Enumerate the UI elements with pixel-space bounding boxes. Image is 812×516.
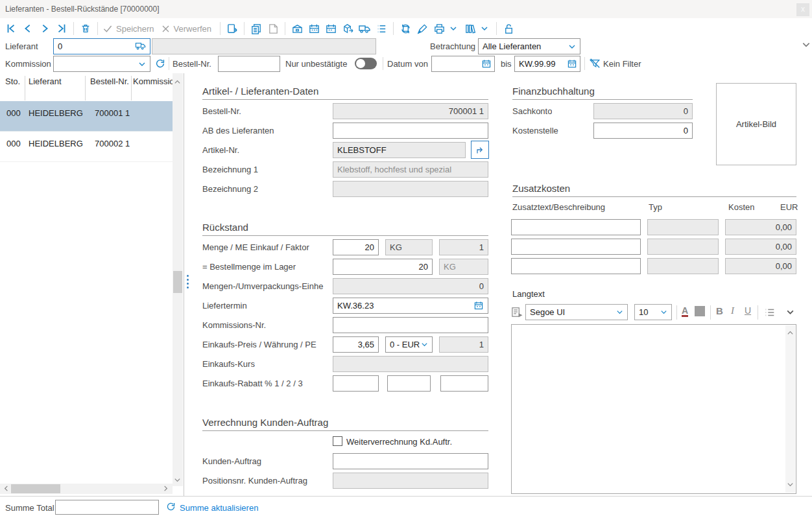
panel-collapse-chevron-icon[interactable] [802,40,811,49]
liefertermin-label: Liefertermin [202,301,247,311]
truck-icon[interactable] [356,20,373,37]
table-row[interactable]: 000 HEIDELBERG 700001 1 [0,101,173,132]
copy-pages-icon[interactable] [248,20,265,37]
kommission-select[interactable] [53,56,150,72]
x-icon [161,24,171,34]
table-vertical-scrollbar[interactable] [173,73,183,486]
bezeichnung1-label: Bezeichnung 1 [202,165,258,174]
discard-button[interactable]: Verwerfen [161,24,212,34]
scroll-left-icon[interactable] [3,485,10,492]
betrachtung-select[interactable]: Alle Lieferanten [478,38,580,54]
menge-label: Menge / ME Einkauf / Faktor [202,242,309,252]
nav-first-icon[interactable] [3,20,19,37]
bis-label: bis [501,59,512,69]
langtext-scrollbar[interactable] [785,325,795,493]
bestellnr-filter-input[interactable] [218,56,280,72]
zusatztext-input-1[interactable] [511,219,641,235]
einkaufspreis-input[interactable] [333,336,379,353]
scroll-down-icon[interactable] [174,476,181,484]
scroll-up-icon[interactable] [174,78,181,86]
langtext-textarea[interactable] [511,324,796,494]
artikelnr-field [333,142,466,158]
zusatztext-input-2[interactable] [511,239,641,255]
table-horizontal-scrollbar[interactable] [0,484,173,494]
chevron-down-icon [616,309,623,316]
results-table: Sto. Lieferant Bestell-Nr. Kommissio 000… [0,73,184,496]
col-header-bestellnr[interactable]: Bestell-Nr. [90,76,129,86]
chevron-down-icon [660,309,667,316]
calendar-icon[interactable] [567,58,577,69]
refresh-summe-icon[interactable] [165,501,176,512]
positions-list-icon[interactable] [373,20,390,37]
calendar-day-icon[interactable] [322,20,339,37]
col-header-lieferant[interactable]: Lieferant [29,76,62,86]
rabatt1-input[interactable] [333,375,379,392]
font-family-select[interactable]: Segoe UI [525,304,628,320]
bullet-list-icon[interactable] [764,307,776,318]
package-out-icon[interactable] [339,20,356,37]
waehrung-select[interactable]: 0 - EUR [385,336,433,353]
open-artikel-button[interactable] [471,141,489,159]
menge-input[interactable] [333,239,379,255]
summe-total-input[interactable] [55,500,159,515]
nur-unbestaetigte-toggle[interactable] [355,58,377,69]
summe-aktualisieren-link[interactable]: Summe aktualisieren [180,503,258,513]
calendar-icon[interactable] [481,58,492,69]
reports-dropdown-chevron-icon[interactable] [476,20,493,37]
more-options-chevron-icon[interactable] [786,308,794,316]
section-title-finanz: Finanzbuchhaltung [512,86,595,97]
calendar-week-icon[interactable] [305,20,322,37]
font-color-icon[interactable]: A [682,306,688,317]
scroll-up-icon[interactable] [787,329,794,336]
scrollbar-thumb[interactable] [173,271,182,293]
truck-lookup-icon[interactable] [135,41,147,51]
datum-von-label: Datum von [387,59,428,69]
warehouse-icon[interactable] [289,20,305,37]
scroll-down-icon[interactable] [787,481,794,488]
highlight-color-icon[interactable] [695,306,705,316]
summe-total-label: Summe Total [5,503,54,513]
kommissionsnr-label: Kommissions-Nr. [202,320,266,330]
print-dropdown-chevron-icon[interactable] [445,20,462,37]
scroll-right-icon[interactable] [162,485,169,492]
bestellmenge-input[interactable] [333,259,433,275]
no-filter-icon[interactable] [589,58,601,69]
bold-icon[interactable]: B [716,305,723,316]
rabatt2-input[interactable] [387,375,431,392]
col-header-sto[interactable]: Sto. [5,76,20,86]
positionsnr-label: Positionsnr. Kunden-Auftrag [202,476,307,486]
col-header-kommission[interactable]: Kommissio [133,76,174,86]
scrollbar-thumb[interactable] [11,484,60,493]
section-title-rueckstand: Rückstand [202,222,248,233]
font-size-select[interactable]: 10 [634,304,672,320]
rabatt3-input[interactable] [440,375,488,392]
unlock-icon[interactable] [500,20,517,37]
delete-icon[interactable] [77,20,94,37]
table-row[interactable]: 000 HEIDELBERG 700002 1 [0,132,173,162]
italic-icon[interactable]: I [731,305,734,316]
transfer-document-icon[interactable] [224,20,241,37]
calendar-icon[interactable] [473,300,484,311]
zusatztext-input-3[interactable] [511,258,641,274]
bezeichnung2-field [333,181,488,197]
save-button[interactable]: Speichern [102,23,154,34]
liefertermin-input[interactable] [333,298,488,314]
kommission-label: Kommission [5,59,51,69]
ab-lieferant-input[interactable] [333,123,488,139]
kosten-header: Kosten [728,202,754,212]
kommissionsnr-input[interactable] [333,317,488,333]
sync-article-icon[interactable] [397,20,414,37]
insert-textblock-icon[interactable] [510,306,523,318]
kundenauftrag-input[interactable] [333,453,488,469]
splitter-handle[interactable] [187,275,189,288]
underline-icon[interactable]: U [745,305,751,316]
weiterverrechnung-checkbox[interactable] [333,436,342,446]
nav-last-icon[interactable] [53,20,70,37]
refresh-kommission-icon[interactable] [154,58,166,69]
close-icon[interactable]: x [796,3,809,16]
nav-prev-icon[interactable] [19,20,36,37]
typ-field-2 [647,239,719,255]
kostenstelle-input[interactable] [593,123,693,139]
sign-icon[interactable] [414,20,431,37]
nav-next-icon[interactable] [36,20,53,37]
